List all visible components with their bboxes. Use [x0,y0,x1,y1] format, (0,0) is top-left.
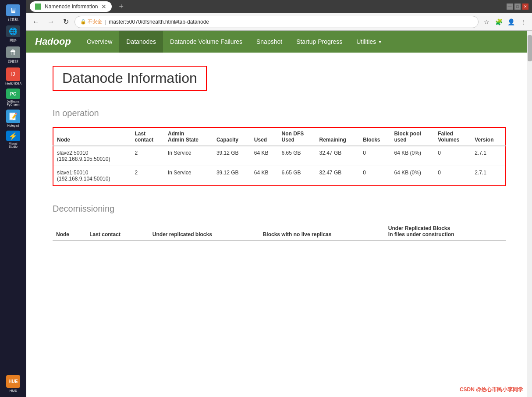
nav-datanode-volume-failures[interactable]: Datanode Volume Failures [163,31,249,53]
cell-node-2: slave1:50010 (192.168.9.104:50010) [53,166,131,186]
cell-admin-2: In Service [164,166,213,186]
cell-blocks-1: 0 [359,146,390,166]
hadoop-brand: Hadoop [35,36,71,47]
desktop-icon-network[interactable]: 🌐 网络 [4,25,22,43]
extensions-button[interactable]: 🧩 [493,17,504,27]
bookmark-button[interactable]: ☆ [481,17,492,27]
decom-empty-row [53,241,506,259]
col-non-dfs-used: Non DFSUsed [278,128,316,146]
forward-button[interactable]: → [45,16,57,28]
desktop-icon-recycle[interactable]: 🗑 回收站 [4,46,22,64]
new-tab-button[interactable]: + [119,2,124,11]
decom-col-under-replicated: Under replicated blocks [149,223,259,241]
main-content: Datanode Information In operation Node L… [26,53,532,272]
cell-node-1: slave2:50010 (192.168.9.105:50010) [53,146,131,166]
cell-capacity-1: 39.12 GB [213,146,251,166]
desktop-icon-computer[interactable]: 🖥 计算机 [4,4,22,22]
desktop-icon-vscode[interactable]: ⚡ Visual Studio [4,131,22,148]
section-divider: Decomissioning [53,204,506,214]
cell-contact-1: 2 [131,146,164,166]
browser-area: Namenode information ✕ + — □ ✕ ← → ↻ 🔒 不… [26,0,532,397]
cell-version-2: 2.7.1 [471,166,505,186]
cell-blockpool-2: 64 KB (0%) [391,166,435,186]
cell-capacity-2: 39.12 GB [213,166,251,186]
tab-close-button[interactable]: ✕ [101,3,106,10]
nav-overview[interactable]: Overview [80,31,119,53]
decom-col-node: Node [53,223,86,241]
cell-failedvol-1: 0 [434,146,471,166]
hadoop-nav: Hadoop Overview Datanodes Datanode Volum… [26,31,532,53]
desktop-icon-notepad[interactable]: 📝 Notepad [4,110,22,127]
cell-admin-1: In Service [164,146,213,166]
cell-nondfs-2: 6.65 GB [278,166,316,186]
table-header-row: Node Lastcontact AdminAdmin State Capaci… [53,128,505,146]
decom-col-contact: Last contact [86,223,149,241]
table-row: slave2:50010 (192.168.9.105:50010) 2 In … [53,146,505,166]
cell-contact-2: 2 [131,166,164,186]
menu-button[interactable]: ⋮ [518,17,528,27]
col-used: Used [251,128,278,146]
cell-version-1: 2.7.1 [471,146,505,166]
utilities-dropdown-arrow: ▼ [378,39,382,44]
decom-col-no-live: Blocks with no live replicas [259,223,385,241]
col-blocks: Blocks [359,128,390,146]
section-decomissioning: Decomissioning [53,204,506,214]
col-last-contact: Lastcontact [131,128,164,146]
col-admin-state: AdminAdmin State [164,128,213,146]
col-capacity: Capacity [213,128,251,146]
page-content: Hadoop Overview Datanodes Datanode Volum… [26,31,532,397]
csdn-watermark: CSDN @热心市民小李同学 [460,386,523,393]
tab-favicon [35,4,41,10]
security-badge: 🔒 不安全 [80,18,102,25]
back-button[interactable]: ← [30,16,42,28]
url-text: master:50070/dfshealth.html#tab-datanode [109,19,209,25]
cell-blockpool-1: 64 KB (0%) [391,146,435,166]
col-remaining: Remaining [316,128,360,146]
address-bar: ← → ↻ 🔒 不安全 | master:50070/dfshealth.htm… [26,13,532,31]
col-failed-volumes: FailedVolumes [434,128,471,146]
cell-blocks-2: 0 [359,166,390,186]
desktop-icon-pycharm[interactable]: PC JetBrains PyCharm [4,89,22,106]
cell-used-1: 64 KB [251,146,278,166]
nav-utilities[interactable]: Utilities ▼ [349,31,389,53]
col-version: Version [471,128,505,146]
nav-datanodes[interactable]: Datanodes [119,31,163,53]
profile-button[interactable]: 👤 [506,17,516,27]
title-bar: Namenode information ✕ + — □ ✕ [26,0,532,13]
refresh-button[interactable]: ↻ [60,16,72,28]
decom-header-row: Node Last contact Under replicated block… [53,223,506,241]
nav-startup-progress[interactable]: Startup Progress [289,31,349,53]
col-node: Node [53,128,131,146]
tab-title: Namenode information [45,4,98,10]
section-in-operation: In operation [53,108,506,118]
maximize-button[interactable]: □ [514,4,521,10]
page-title: Datanode Information [53,66,207,91]
cell-failedvol-2: 0 [434,166,471,186]
cell-used-2: 64 KB [251,166,278,186]
window-controls: — □ ✕ [507,4,528,10]
scrollbar-track[interactable] [527,31,532,397]
desktop-icon-intellij[interactable]: IJ IntelliJ IDEA [4,67,22,85]
table-row: slave1:50010 (192.168.9.104:50010) 2 In … [53,166,505,186]
address-actions: ☆ 🧩 👤 ⋮ [481,17,528,27]
desktop-icon-hue[interactable]: HUE HUE [4,375,22,393]
decom-col-under-replicated-files: Under Replicated BlocksIn files under co… [385,223,506,241]
cell-remaining-1: 32.47 GB [316,146,360,166]
nav-snapshot[interactable]: Snapshot [249,31,289,53]
url-box[interactable]: 🔒 不安全 | master:50070/dfshealth.html#tab-… [74,16,479,28]
close-button[interactable]: ✕ [522,4,528,10]
cell-remaining-2: 32.47 GB [316,166,360,186]
minimize-button[interactable]: — [507,4,513,10]
desktop-sidebar: 🖥 计算机 🌐 网络 🗑 回收站 IJ IntelliJ IDEA PC Jet… [0,0,26,397]
datanode-table: Node Lastcontact AdminAdmin State Capaci… [53,127,506,186]
col-block-pool-used: Block poolused [391,128,435,146]
scrollbar-thumb[interactable] [528,35,532,61]
cell-nondfs-1: 6.65 GB [278,146,316,166]
decom-table: Node Last contact Under replicated block… [53,223,506,259]
